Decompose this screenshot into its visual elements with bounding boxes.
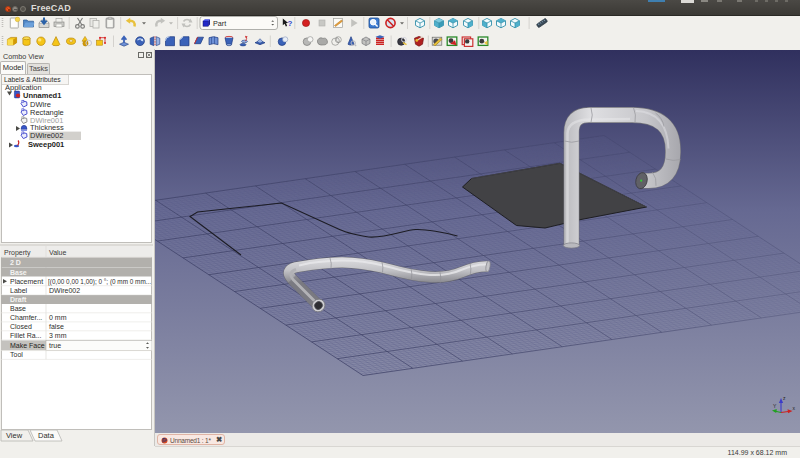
svg-text:View: View bbox=[6, 431, 23, 440]
svg-text:Value: Value bbox=[49, 249, 66, 256]
svg-text:Placement: Placement bbox=[10, 278, 43, 285]
svg-text:?: ? bbox=[288, 19, 293, 28]
svg-text:Base: Base bbox=[10, 269, 27, 276]
svg-text:0 mm: 0 mm bbox=[49, 314, 67, 321]
svg-text:DWire002: DWire002 bbox=[49, 287, 80, 294]
svg-text:Draft: Draft bbox=[10, 296, 27, 303]
svg-text:Base: Base bbox=[10, 305, 26, 312]
svg-text:Data: Data bbox=[38, 431, 55, 440]
svg-text:Closed: Closed bbox=[10, 323, 32, 330]
svg-text:false: false bbox=[49, 323, 64, 330]
svg-text:3 mm: 3 mm bbox=[49, 332, 67, 339]
svg-text:Fillet Ra...: Fillet Ra... bbox=[10, 332, 42, 339]
svg-text:Unnamed1: Unnamed1 bbox=[23, 91, 61, 100]
svg-text:Sweep001: Sweep001 bbox=[28, 140, 64, 149]
svg-text:[(0,00 0,00 1,00); 0 °; (0 mm: [(0,00 0,00 1,00); 0 °; (0 mm 0 mm... bbox=[48, 278, 151, 286]
svg-text:Label: Label bbox=[10, 287, 28, 294]
svg-text:Make Face: Make Face bbox=[10, 342, 45, 349]
svg-text:Part: Part bbox=[213, 19, 226, 28]
svg-text:2 D: 2 D bbox=[10, 259, 21, 266]
svg-text:true: true bbox=[49, 342, 61, 349]
svg-text:Property: Property bbox=[4, 249, 31, 257]
svg-text:Chamfer...: Chamfer... bbox=[10, 314, 42, 321]
svg-text:Tool: Tool bbox=[10, 351, 23, 358]
